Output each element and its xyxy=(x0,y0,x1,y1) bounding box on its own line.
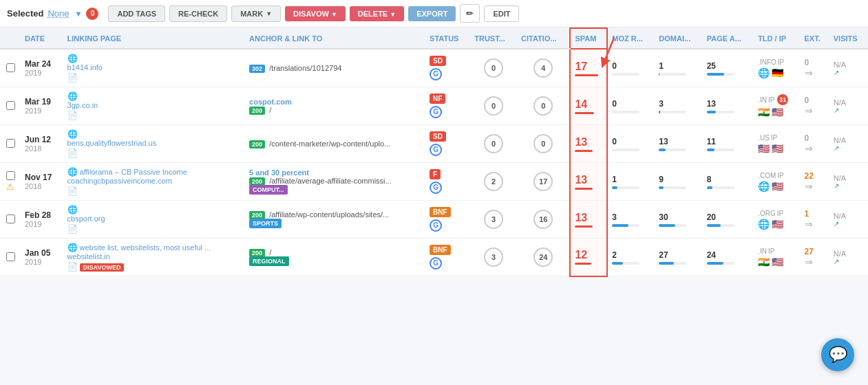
page-auth-bar-fill xyxy=(707,111,716,113)
th-anchor[interactable]: ANCHOR & LINK TO xyxy=(245,28,425,49)
domain-link[interactable]: 3gp.co.in xyxy=(67,101,98,109)
tld-value: .IN xyxy=(758,248,767,255)
row-checkbox[interactable] xyxy=(6,63,15,72)
date-year: 2019 xyxy=(25,220,59,228)
th-checkbox xyxy=(0,28,21,49)
visits-trend: ↗ xyxy=(834,144,864,152)
toolbar: Selected None ▼ 0 ADD TAGS RE-CHECK MARK… xyxy=(0,0,868,28)
mark-button[interactable]: MARK ▼ xyxy=(231,6,281,22)
status-cell: BNF G xyxy=(425,201,470,239)
th-page-auth[interactable]: PAGE A... xyxy=(703,28,754,49)
page-icon: 📄 xyxy=(67,73,78,82)
domain-auth-bar-fill xyxy=(659,148,666,151)
th-tld[interactable]: TLD / IP xyxy=(754,28,800,49)
anchor-link[interactable]: cospot.com xyxy=(249,98,292,106)
spam-value: 17 xyxy=(575,60,602,73)
table-header: DATE LINKING PAGE ANCHOR & LINK TO STATU… xyxy=(0,28,868,49)
domain-link[interactable]: coachingcbpassiveincome.com xyxy=(67,177,172,185)
visits-trend: ↗ xyxy=(834,182,864,190)
th-visits[interactable]: VISITS xyxy=(829,28,868,49)
th-moz[interactable]: MOZ R... xyxy=(607,28,655,49)
domain-link[interactable]: b1414.info xyxy=(67,63,103,72)
google-badge: G xyxy=(430,68,442,80)
visits-trend: ↗ xyxy=(834,69,864,76)
moz-bar-wrap xyxy=(612,111,639,113)
edit-button[interactable]: EDIT xyxy=(484,6,519,22)
page-auth-bar-fill xyxy=(707,73,724,76)
backlinks-table: DATE LINKING PAGE ANCHOR & LINK TO STATU… xyxy=(0,28,868,277)
page-auth-value: 11 xyxy=(707,137,750,146)
table-row: Mar 19 2019 🌐 3gp.co.in 📄 cospot.com 200… xyxy=(0,87,868,125)
th-date[interactable]: DATE xyxy=(21,28,63,49)
domain-link[interactable]: bens.qualityflowerstriad.us xyxy=(67,139,157,147)
domain-auth-value: 9 xyxy=(659,175,698,184)
moz-cell: 0 xyxy=(607,125,655,163)
row-checkbox[interactable] xyxy=(6,139,15,148)
th-ext[interactable]: EXT. xyxy=(801,28,829,49)
th-trust[interactable]: TRUST... xyxy=(470,28,517,49)
moz-cell: 3 xyxy=(607,201,655,239)
ext-arrow: ⇒ xyxy=(805,256,825,267)
globe-icon: 🌐 xyxy=(67,91,78,101)
linking-page-cell: 🌐 affilorama – CB Passive Income coachin… xyxy=(63,163,246,201)
th-citation[interactable]: CITATIO... xyxy=(517,28,570,49)
ip-label: IP xyxy=(768,96,774,104)
anchor-link[interactable]: 5 and 30 percent xyxy=(249,168,309,177)
moz-bar-wrap xyxy=(612,262,639,265)
delete-button[interactable]: DELETE ▼ xyxy=(350,6,404,21)
selected-chevron[interactable]: ▼ xyxy=(75,10,83,18)
page-title-link[interactable]: affilorama – CB Passive Income xyxy=(80,168,187,176)
page-auth-bar-wrap xyxy=(707,262,734,265)
tld-ip-cell: .COM IP 🌐 🇺🇸 xyxy=(754,163,800,201)
th-status[interactable]: STATUS xyxy=(425,28,470,49)
add-tags-button[interactable]: ADD TAGS xyxy=(108,6,165,22)
ip-label: IP xyxy=(777,210,783,217)
ext-value: 0 xyxy=(805,58,825,67)
anchor-cell: 302 /translations/1012794 xyxy=(245,49,425,87)
row-checkbox[interactable] xyxy=(6,101,15,110)
page-auth-cell: 8 xyxy=(703,163,754,201)
th-domain[interactable]: DOMAI... xyxy=(655,28,702,49)
visits-value: N/A xyxy=(834,60,864,69)
tld-ip-cell: .INFO IP 🌐 🇩🇪 xyxy=(754,49,800,87)
tld-ip-cell: .IN IP 🇮🇳 🇺🇸 xyxy=(754,239,800,276)
ext-arrow: ⇒ xyxy=(805,219,825,230)
anchor-url: /affiliate/average-affiliate-commissi... xyxy=(269,177,392,185)
page-icon: 📄 xyxy=(67,148,78,158)
page-title-link[interactable]: website list, websitelists, most useful … xyxy=(80,243,211,252)
page-icon: 📄 xyxy=(67,224,78,234)
spam-bar xyxy=(575,263,591,265)
tld-value: .INFO xyxy=(758,58,776,66)
spam-cell: 13 xyxy=(570,201,607,239)
domain-auth-bar-wrap xyxy=(659,111,686,113)
trust-circle: 3 xyxy=(484,248,503,267)
tld-ip-cell: .US IP 🇺🇸 🇺🇸 xyxy=(754,125,800,163)
row-checkbox[interactable] xyxy=(6,171,15,180)
moz-bar-wrap xyxy=(612,224,639,227)
row-checkbox[interactable] xyxy=(6,214,15,223)
domain-link[interactable]: websitelist.in xyxy=(67,252,110,261)
moz-value: 0 xyxy=(612,99,650,109)
row-checkbox[interactable] xyxy=(6,252,15,261)
table-row: + Feb 28 2019 🌐 cbsport.org 📄 200 /affi xyxy=(0,201,868,239)
spam-value: 14 xyxy=(575,98,602,111)
th-linking-page[interactable]: LINKING PAGE xyxy=(63,28,246,49)
ext-cell: 0 ⇒ xyxy=(801,87,829,125)
citation-circle: 0 xyxy=(533,96,553,116)
page-auth-value: 24 xyxy=(707,250,750,260)
ext-cell: 0 ⇒ xyxy=(801,49,829,87)
trust-circle: 0 xyxy=(484,96,503,116)
date-year: 2019 xyxy=(25,258,59,266)
pencil-icon-button[interactable]: ✏ xyxy=(460,4,480,23)
th-spam[interactable]: SPAM xyxy=(570,28,607,49)
disavow-button[interactable]: DISAVOW ▼ xyxy=(285,6,346,21)
domain-link[interactable]: cbsport.org xyxy=(67,214,105,223)
trust-circle: 2 xyxy=(484,172,503,191)
date-cell: Jan 05 2019 xyxy=(21,239,63,276)
recheck-button[interactable]: RE-CHECK xyxy=(169,6,227,22)
moz-bar-wrap xyxy=(612,73,639,76)
citation-cell: 4 xyxy=(517,49,570,87)
trust-cell: 0 xyxy=(470,87,517,125)
export-button[interactable]: EXPORT xyxy=(408,6,456,21)
citation-cell: 24 xyxy=(517,239,570,276)
